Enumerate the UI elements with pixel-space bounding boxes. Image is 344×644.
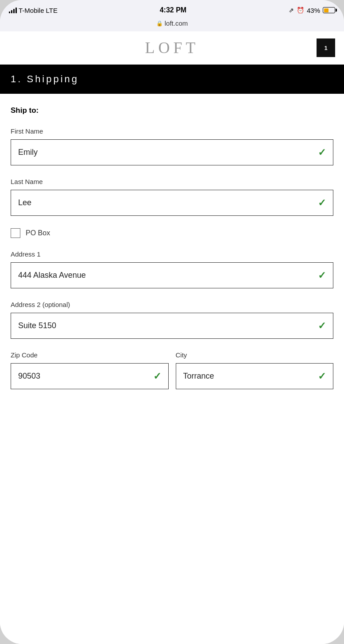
first-name-input[interactable] <box>11 140 333 165</box>
address2-wrapper: ✓ <box>11 313 333 339</box>
status-right: ⇗ ⏰ 43% <box>289 7 335 14</box>
address1-wrapper: ✓ <box>11 262 333 288</box>
address1-group: Address 1 ✓ <box>11 250 333 288</box>
address2-label: Address 2 (optional) <box>11 301 333 308</box>
first-name-group: First Name ✓ <box>11 127 333 165</box>
battery-fill <box>324 8 329 12</box>
last-name-group: Last Name ✓ <box>11 178 333 216</box>
city-input[interactable] <box>176 364 333 389</box>
first-name-wrapper: ✓ <box>11 139 333 165</box>
zip-input[interactable] <box>11 364 168 389</box>
address1-check-icon: ✓ <box>318 270 326 281</box>
phone-frame: T-Mobile LTE 4:32 PM ⇗ ⏰ 43% 🔒 loft.com … <box>0 0 344 644</box>
time-display: 4:32 PM <box>160 6 186 14</box>
first-name-check-icon: ✓ <box>318 147 326 158</box>
city-check-icon: ✓ <box>318 371 326 382</box>
address2-group: Address 2 (optional) ✓ <box>11 301 333 339</box>
lock-icon: 🔒 <box>156 20 163 27</box>
city-label: City <box>176 351 334 359</box>
battery-indicator <box>323 7 335 13</box>
last-name-check-icon: ✓ <box>318 197 326 209</box>
zip-group: Zip Code ✓ <box>11 351 169 389</box>
signal-bars <box>9 7 17 13</box>
city-wrapper: ✓ <box>176 363 334 389</box>
zip-check-icon: ✓ <box>153 371 161 382</box>
url-bar-content: 🔒 loft.com <box>156 19 188 27</box>
app-header: LOFT 1 <box>0 31 344 65</box>
section-title: 1. Shipping <box>11 73 79 84</box>
alarm-icon: ⏰ <box>297 7 304 14</box>
signal-bar-3 <box>13 9 15 13</box>
location-icon: ⇗ <box>289 7 294 14</box>
zip-city-row: Zip Code ✓ City ✓ <box>11 351 333 389</box>
last-name-label: Last Name <box>11 178 333 185</box>
last-name-input[interactable] <box>11 190 333 215</box>
po-box-row: PO Box <box>11 228 333 238</box>
cart-button[interactable]: 1 <box>317 38 335 57</box>
url-text: loft.com <box>165 19 188 27</box>
address2-check-icon: ✓ <box>318 320 326 332</box>
signal-bar-1 <box>9 12 10 13</box>
ship-to-label: Ship to: <box>11 106 333 115</box>
status-bar: T-Mobile LTE 4:32 PM ⇗ ⏰ 43% <box>0 0 344 18</box>
signal-bar-2 <box>11 10 12 13</box>
bottom-spacer <box>11 402 333 419</box>
address1-label: Address 1 <box>11 250 333 258</box>
loft-logo: LOFT <box>145 38 199 57</box>
signal-bar-4 <box>15 8 17 13</box>
carrier-label: T-Mobile <box>19 7 44 14</box>
zip-wrapper: ✓ <box>11 363 169 389</box>
address2-input[interactable] <box>11 313 333 338</box>
city-group: City ✓ <box>176 351 334 389</box>
battery-percent: 43% <box>307 7 320 14</box>
po-box-label: PO Box <box>26 229 50 237</box>
network-label: LTE <box>46 7 58 14</box>
main-content: LOFT 1 1. Shipping Ship to: First Name ✓… <box>0 31 344 644</box>
url-bar: 🔒 loft.com <box>0 18 344 31</box>
first-name-label: First Name <box>11 127 333 135</box>
form-area: Ship to: First Name ✓ Last Name ✓ <box>0 94 344 644</box>
last-name-wrapper: ✓ <box>11 190 333 216</box>
status-left: T-Mobile LTE <box>9 7 58 14</box>
address1-input[interactable] <box>11 263 333 288</box>
section-header: 1. Shipping <box>0 65 344 94</box>
battery-body <box>323 7 335 13</box>
po-box-checkbox[interactable] <box>11 228 20 238</box>
zip-label: Zip Code <box>11 351 169 359</box>
